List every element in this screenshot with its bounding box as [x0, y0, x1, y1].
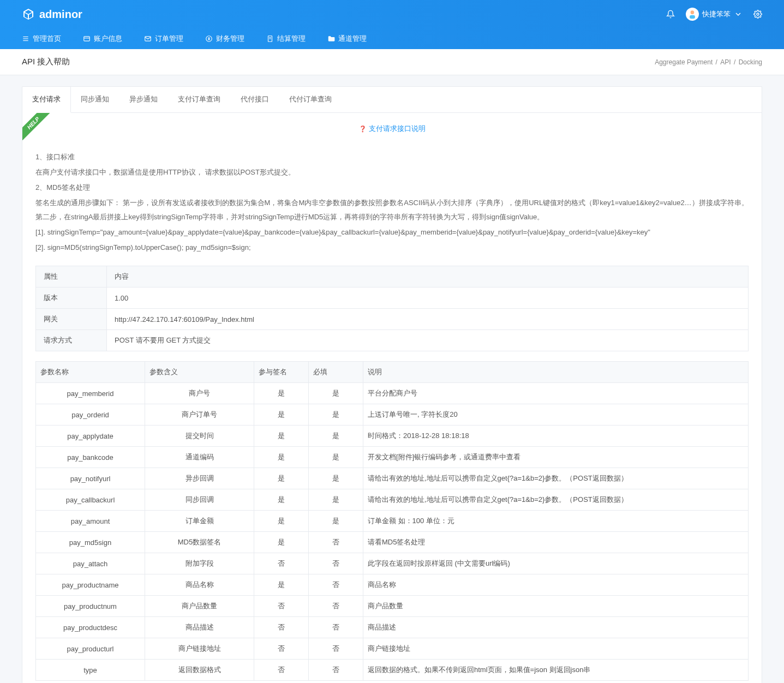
tab-pay-request[interactable]: 支付请求 [22, 87, 71, 113]
chevron-down-icon [734, 10, 743, 19]
mail-icon [144, 35, 152, 43]
app-header: adminor 快捷笨笨 管理首页 账户信息 订单管理 财务管理 结算管理 通道… [0, 0, 784, 49]
main-nav: 管理首页 账户信息 订单管理 财务管理 结算管理 通道管理 [0, 28, 784, 49]
page-title: API 接入帮助 [22, 57, 70, 67]
table-row: pay_applydate提交时间是是时间格式：2018-12-28 18:18… [36, 426, 749, 447]
svg-rect-1 [690, 15, 695, 19]
tab-async-notify[interactable]: 异步通知 [119, 87, 168, 112]
nav-item-home[interactable]: 管理首页 [22, 34, 61, 44]
svg-rect-6 [84, 37, 90, 41]
brand-logo[interactable]: adminor [22, 8, 82, 21]
list-icon [22, 35, 29, 43]
nav-item-finance[interactable]: 财务管理 [205, 34, 244, 44]
table-row: pay_amount订单金额是是订单金额 如：100 单位：元 [36, 511, 749, 532]
nav-item-channel[interactable]: 通道管理 [327, 34, 367, 44]
card-icon [83, 35, 91, 43]
table-row: pay_notifyurl异步回调是是请给出有效的地址,地址后可以携带自定义ge… [36, 468, 749, 489]
tab-bar: 支付请求 同步通知 异步通知 支付订单查询 代付接口 代付订单查询 [22, 87, 762, 113]
tab-pay-query[interactable]: 支付订单查询 [168, 87, 231, 112]
nav-item-settlement[interactable]: 结算管理 [266, 34, 306, 44]
table-row: pay_md5signMD5数据签名是否请看MD5签名处理 [36, 532, 749, 553]
table-row: pay_bankcode通道编码是是开发文档[附件]银行编码参考，或通道费率中查… [36, 447, 749, 468]
doc-icon [266, 35, 274, 43]
table-row: pay_attach附加字段否否此字段在返回时按原样返回 (中文需要url编码) [36, 553, 749, 574]
table-row: 版本1.00 [36, 287, 749, 309]
table-row: type返回数据格式否否返回数据的格式。如果不传则返回html页面，如果值=js… [36, 660, 749, 681]
nav-item-orders[interactable]: 订单管理 [144, 34, 183, 44]
info-table: 属性内容 版本1.00 网关http://47.242.170.147:6010… [35, 266, 749, 351]
user-name: 快捷笨笨 [702, 9, 731, 19]
svg-point-2 [757, 13, 759, 15]
main-card: 支付请求 同步通知 异步通知 支付订单查询 代付接口 代付订单查询 HELP 支… [22, 86, 762, 683]
table-row: 请求方式POST 请不要用 GET 方式提交 [36, 330, 749, 351]
user-menu[interactable]: 快捷笨笨 [686, 8, 743, 21]
bell-icon[interactable] [666, 10, 675, 19]
tab-daifu-query[interactable]: 代付订单查询 [279, 87, 342, 112]
tab-sync-notify[interactable]: 同步通知 [71, 87, 119, 112]
description-block: 1、接口标准 在商户支付请求接口中，数据通信是使用HTTP协议， 请求数据以PO… [35, 150, 749, 255]
params-table: 参数名称 参数含义 参与签名 必填 说明 pay_memberid商户号是是平台… [35, 361, 749, 681]
gear-icon[interactable] [753, 10, 762, 19]
table-row: pay_memberid商户号是是平台分配商户号 [36, 383, 749, 404]
avatar [686, 8, 699, 21]
coin-icon [205, 35, 213, 43]
table-row: pay_producturl商户链接地址否否商户链接地址 [36, 638, 749, 660]
page-bar: API 接入帮助 Aggregate PaymentAPIDocking [0, 49, 784, 75]
cube-icon [22, 8, 35, 21]
table-row: 网关http://47.242.170.147:60109/Pay_Index.… [36, 309, 749, 330]
svg-point-0 [691, 10, 695, 14]
nav-item-account[interactable]: 账户信息 [83, 34, 122, 44]
table-row: pay_callbackurl同步回调是是请给出有效的地址,地址后可以携带自定义… [36, 489, 749, 511]
table-row: pay_productdesc商品描述否否商品描述 [36, 617, 749, 638]
table-row: pay_productnum商户品数量否否商户品数量 [36, 596, 749, 617]
table-row: pay_productname商品名称是否商品名称 [36, 574, 749, 596]
section-notice: 支付请求接口说明 [35, 124, 749, 134]
folder-icon [327, 35, 335, 43]
brand-text: adminor [39, 8, 82, 21]
table-row: pay_orderid商户订单号是是上送订单号唯一, 字符长度20 [36, 404, 749, 426]
breadcrumb: Aggregate PaymentAPIDocking [655, 58, 762, 66]
tab-daifu[interactable]: 代付接口 [231, 87, 279, 112]
help-ribbon: HELP [22, 113, 50, 140]
